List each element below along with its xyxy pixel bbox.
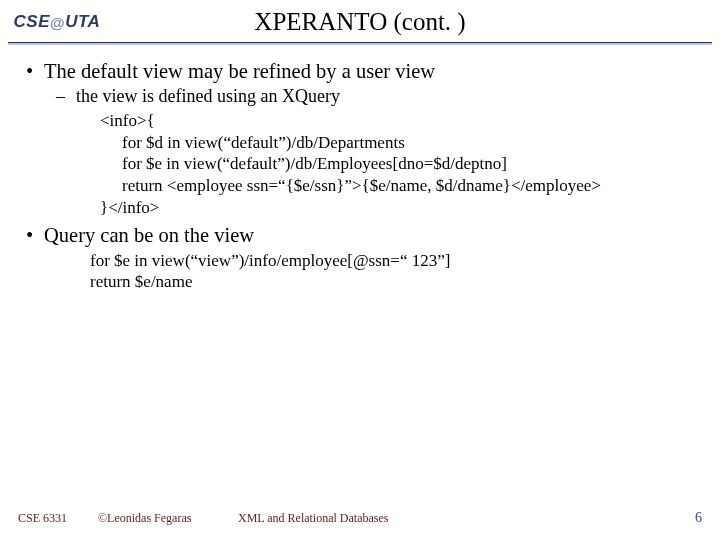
slide-body: • The default view may be refined by a u… [0, 45, 720, 293]
bullet-2-text: Query can be on the view [44, 223, 254, 248]
slide-header: CSE@UTA XPERANTO (cont. ) [0, 0, 720, 36]
bullet-1-sub: – the view is defined using an XQuery [56, 86, 702, 108]
bullet-1-sub-text: the view is defined using an XQuery [76, 86, 340, 108]
code1-line5: }</info> [100, 197, 702, 219]
code1-line3: for $e in view(“default”)/db/Employees[d… [122, 153, 702, 175]
bullet-1-text: The default view may be refined by a use… [44, 59, 435, 84]
logo-text-left: CSE [14, 12, 50, 32]
code-block-2: for $e in view(“view”)/info/employee[@ss… [90, 250, 702, 294]
logo-at-icon: @ [50, 14, 65, 31]
footer-topic: XML and Relational Databases [238, 511, 389, 526]
code2-line2: return $e/name [90, 271, 702, 293]
footer-course: CSE 6331 [18, 511, 98, 526]
logo-text-right: UTA [65, 12, 100, 32]
dash-icon: – [56, 86, 76, 108]
code1-line4: return <employee ssn=“{$e/ssn}”>{$e/name… [122, 175, 702, 197]
cse-uta-logo: CSE@UTA [12, 8, 102, 36]
bullet-1: • The default view may be refined by a u… [26, 59, 702, 84]
slide-title: XPERANTO (cont. ) [102, 8, 708, 36]
slide-footer: CSE 6331 ©Leonidas Fegaras XML and Relat… [0, 510, 720, 526]
code1-line1: <info>{ [100, 110, 702, 132]
title-rule-wrap [0, 36, 720, 45]
footer-copyright: ©Leonidas Fegaras [98, 511, 238, 526]
bullet-2: • Query can be on the view [26, 223, 702, 248]
code-block-1: <info>{ for $d in view(“default”)/db/Dep… [100, 110, 702, 219]
bullet-dot-icon: • [26, 223, 44, 248]
footer-page-number: 6 [695, 510, 702, 526]
bullet-dot-icon: • [26, 59, 44, 84]
code2-line1: for $e in view(“view”)/info/employee[@ss… [90, 250, 702, 272]
code1-line2: for $d in view(“default”)/db/Departments [122, 132, 702, 154]
